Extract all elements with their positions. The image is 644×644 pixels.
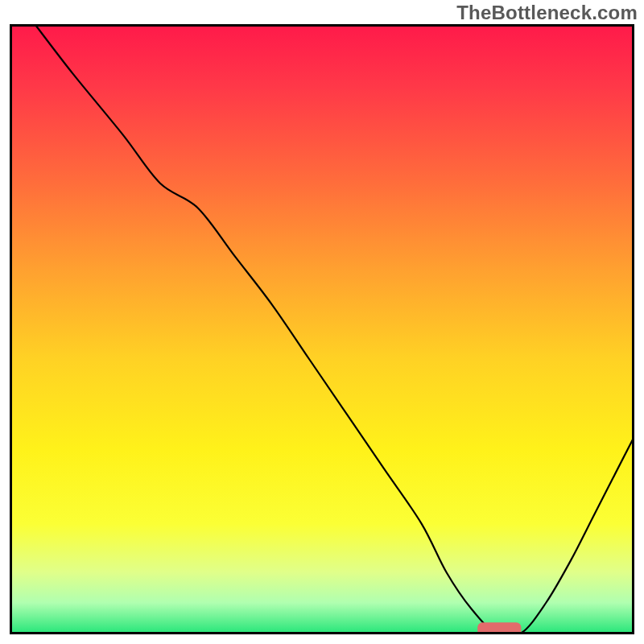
heat-gradient-background (11, 26, 634, 634)
plot-svg (10, 24, 634, 634)
plot-frame (10, 24, 634, 634)
watermark-label: TheBottleneck.com (456, 2, 638, 24)
chart-container: TheBottleneck.com (0, 0, 644, 644)
